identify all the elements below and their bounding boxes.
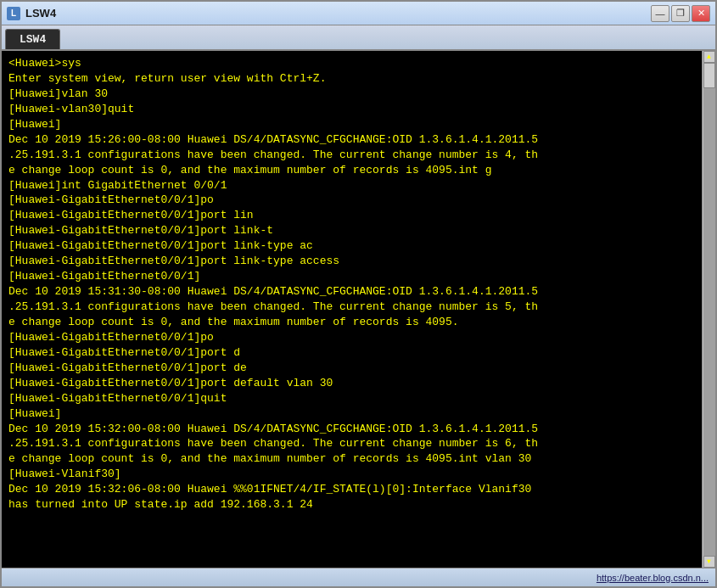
terminal-line: [Huawei] — [8, 406, 695, 422]
terminal-line: [Huawei-GigabitEthernet0/0/1]port de — [8, 361, 695, 376]
scroll-thumb[interactable] — [703, 63, 715, 88]
terminal-line: [Huawei-GigabitEthernet0/0/1]po — [8, 330, 695, 345]
terminal-line: e change loop count is 0, and the maximu… — [8, 451, 695, 467]
terminal-line: <Huawei>sys — [8, 56, 695, 71]
terminal-line: [Huawei-vlan30]quit — [8, 102, 695, 117]
scrollbar[interactable]: ▲ ▼ — [702, 51, 715, 568]
scroll-up-arrow[interactable]: ▲ — [703, 51, 715, 63]
terminal-line: e change loop count is 0, and the maximu… — [8, 163, 695, 178]
terminal-line: [Huawei-GigabitEthernet0/0/1]port lin — [8, 208, 695, 223]
terminal-line: [Huawei-GigabitEthernet0/0/1]quit — [8, 391, 695, 406]
title-bar: L LSW4 — ❐ ✕ — [2, 2, 715, 25]
close-button[interactable]: ✕ — [692, 5, 710, 22]
terminal-line: Dec 10 2019 15:32:00-08:00 Huawei DS/4/D… — [8, 422, 695, 437]
scroll-down-arrow[interactable]: ▼ — [703, 556, 715, 568]
terminal-line: Dec 10 2019 15:26:00-08:00 Huawei DS/4/D… — [8, 132, 695, 148]
minimize-button[interactable]: — — [651, 5, 669, 22]
tab-lsw4[interactable]: LSW4 — [5, 29, 60, 49]
terminal-line: e change loop count is 0, and the maximu… — [8, 315, 695, 330]
terminal-line: Dec 10 2019 15:31:30-08:00 Huawei DS/4/D… — [8, 284, 695, 300]
tab-bar: LSW4 — [2, 25, 715, 51]
terminal-line: [Huawei-GigabitEthernet0/0/1]po — [8, 193, 695, 208]
terminal-line: [Huawei] — [8, 117, 695, 132]
terminal-line: [Huawei-GigabitEthernet0/0/1] — [8, 269, 695, 284]
terminal-area: <Huawei>sysEnter system view, return use… — [2, 51, 715, 568]
terminal-line: [Huawei-GigabitEthernet0/0/1]port link-t… — [8, 238, 695, 254]
terminal-line: [Huawei-GigabitEthernet0/0/1]port defaul… — [8, 376, 695, 391]
terminal-line: .25.191.3.1 configurations have been cha… — [8, 436, 695, 451]
window-title: LSW4 — [25, 7, 651, 20]
scroll-track[interactable] — [703, 63, 715, 556]
terminal-line: .25.191.3.1 configurations have been cha… — [8, 300, 695, 315]
status-url: https://beater.blog.csdn.n... — [597, 573, 709, 583]
status-bar: https://beater.blog.csdn.n... — [2, 568, 715, 586]
terminal-line: Dec 10 2019 15:32:06-08:00 Huawei %%01IF… — [8, 482, 695, 497]
window-controls: — ❐ ✕ — [651, 5, 710, 22]
terminal-content: <Huawei>sysEnter system view, return use… — [8, 56, 695, 512]
terminal-line: [Huawei-Vlanif30] — [8, 467, 695, 482]
terminal-line: has turned into UP state.ip add 192.168.… — [8, 497, 695, 512]
terminal-line: [Huawei-GigabitEthernet0/0/1]port link-t… — [8, 254, 695, 269]
terminal-line: [Huawei]int GigabitEthernet 0/0/1 — [8, 178, 695, 193]
terminal-line: Enter system view, return user view with… — [8, 71, 695, 87]
window-icon: L — [7, 7, 20, 20]
restore-button[interactable]: ❐ — [671, 5, 690, 22]
terminal-line: .25.191.3.1 configurations have been cha… — [8, 148, 695, 163]
terminal-line: [Huawei-GigabitEthernet0/0/1]port link-t — [8, 223, 695, 238]
main-window: L LSW4 — ❐ ✕ LSW4 <Huawei>sysEnter syste… — [0, 0, 717, 588]
terminal-line: [Huawei]vlan 30 — [8, 87, 695, 102]
terminal-line: [Huawei-GigabitEthernet0/0/1]port d — [8, 345, 695, 361]
